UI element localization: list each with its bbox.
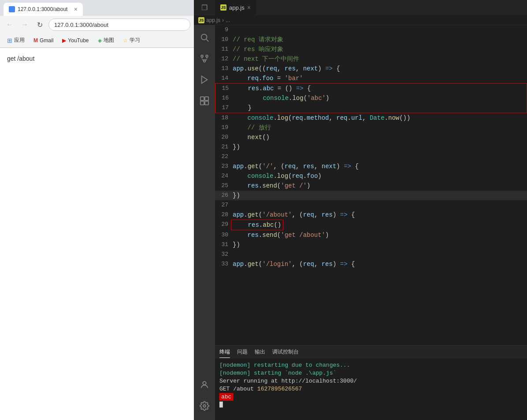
line-content-13: app.use((req, res, next) => { <box>233 64 527 74</box>
line-number-14: 14 <box>215 74 233 83</box>
js-file-icon: JS <box>220 4 226 11</box>
breadcrumb-bar: JS app.js › ... <box>194 15 527 25</box>
activity-extensions[interactable] <box>196 92 213 110</box>
code-line-18: 18 console.log(req.method, req.url, Date… <box>215 113 527 123</box>
line-content-11: // res 响应对象 <box>233 44 527 54</box>
svg-rect-10 <box>200 97 204 100</box>
code-line-23: 23app.get('/', (req, res, next) => { <box>215 162 527 171</box>
breadcrumb-filename: app.js <box>206 17 220 23</box>
line-content-33: app.get('/login', (req, res) => { <box>233 259 527 269</box>
activity-run-debug[interactable] <box>196 71 213 88</box>
terminal-line-4: GET /about 1627895626567 <box>219 385 523 393</box>
code-editor[interactable]: 910// req 请求对象11// res 响应对象12// next 下一个… <box>215 25 527 345</box>
line-content-28: app.get('/about', (req, res) => { <box>233 210 527 220</box>
code-line-11: 11// res 响应对象 <box>215 44 527 54</box>
terminal-tab-output[interactable]: 输出 <box>255 346 265 358</box>
nav-bar: ← → ↻ <box>0 16 194 33</box>
line-number-19: 19 <box>215 123 233 133</box>
code-line-30: 30 res.send('get /about') <box>215 230 527 240</box>
svg-marker-9 <box>202 76 208 84</box>
page-body-text: get /about <box>7 55 187 62</box>
line-content-25: res.send('get /') <box>233 181 527 191</box>
gmail-icon: M <box>33 37 38 44</box>
browser-content: get /about <box>0 48 194 420</box>
line-content-14: req.foo = 'bar' <box>233 74 527 83</box>
vscode-tabbar: ❐ JS app.js × <box>194 0 527 15</box>
terminal-tab-terminal[interactable]: 终端 <box>219 346 230 358</box>
bookmark-youtube[interactable]: ▶ YouTube <box>59 37 92 44</box>
code-line-17: 17 } <box>215 103 527 113</box>
address-bar[interactable] <box>48 18 190 31</box>
terminal-line-3: Server running at http://localhost:3000/ <box>219 377 523 385</box>
vscode-tab-area-copy: ❐ <box>194 0 215 15</box>
line-number-31: 31 <box>215 240 233 250</box>
line-content-20: next() <box>233 133 527 142</box>
vscode-tab-appjs[interactable]: JS app.js × <box>215 0 256 15</box>
line-number-30: 30 <box>215 230 233 240</box>
back-button[interactable]: ← <box>4 18 16 31</box>
line-number-23: 23 <box>215 162 233 171</box>
terminal-panel: 终端 问题 输出 调试控制台 [nodemon] restarting due … <box>215 345 527 420</box>
code-line-14: 14 req.foo = 'bar' <box>215 74 527 83</box>
bookmarks-bar: ⊞ 应用 M Gmail ▶ YouTube ◈ 地图 ☆ 学习 <box>0 33 194 48</box>
reload-button[interactable]: ↻ <box>33 18 46 31</box>
bookmark-apps-label: 应用 <box>14 37 25 44</box>
bookmark-maps[interactable]: ◈ 地图 <box>94 36 118 45</box>
code-line-27: 27 <box>215 200 527 210</box>
bookmark-youtube-label: YouTube <box>68 37 89 44</box>
bookmark-gmail-label: Gmail <box>40 37 53 44</box>
bookmark-gmail[interactable]: M Gmail <box>30 37 57 44</box>
back-icon: ← <box>6 21 13 29</box>
line-content-19: // 放行 <box>233 123 527 133</box>
code-line-33: 33app.get('/login', (req, res) => { <box>215 259 527 269</box>
bookmark-maps-label: 地图 <box>104 37 114 44</box>
breadcrumb-separator: › <box>222 17 224 23</box>
code-line-32: 32 <box>215 250 527 259</box>
svg-rect-12 <box>200 101 204 105</box>
tab-bar: 127.0.0.1:3000/about × <box>0 0 194 16</box>
activity-account[interactable] <box>196 376 213 394</box>
forward-icon: → <box>21 21 28 29</box>
terminal-tab-problems[interactable]: 问题 <box>237 346 248 358</box>
line-content-16: console.log('abc') <box>233 93 527 103</box>
bookmark-apps[interactable]: ⊞ 应用 <box>4 36 28 45</box>
red-box-large: 15 res.abc = () => {16 console.log('abc'… <box>215 83 527 113</box>
line-content-26: }) <box>233 191 527 200</box>
terminal-line-2: [nodemon] starting `node .\app.js` <box>219 369 523 377</box>
bookmark-study[interactable]: ☆ 学习 <box>119 36 144 45</box>
line-content-18: console.log(req.method, req.url, Date.no… <box>233 113 527 123</box>
line-number-11: 11 <box>215 44 233 54</box>
tab-close-button[interactable]: × <box>74 6 78 13</box>
browser-tab[interactable]: 127.0.0.1:3000/about × <box>4 3 83 16</box>
youtube-icon: ▶ <box>62 37 66 44</box>
activity-source-control[interactable] <box>196 50 213 67</box>
copy-icon: ❐ <box>201 4 208 12</box>
line-content-17: } <box>233 103 527 113</box>
svg-point-3 <box>206 55 208 57</box>
activity-search[interactable] <box>196 29 213 46</box>
terminal-tab-debug[interactable]: 调试控制台 <box>272 346 299 358</box>
code-line-9: 9 <box>215 25 527 35</box>
study-icon: ☆ <box>123 37 128 44</box>
forward-button[interactable]: → <box>19 18 31 31</box>
svg-line-1 <box>207 40 209 42</box>
code-line-22: 22 <box>215 152 527 162</box>
line-content-24: console.log(req.foo) <box>233 171 527 181</box>
line-number-17: 17 <box>215 103 233 113</box>
line-number-24: 24 <box>215 171 233 181</box>
svg-point-15 <box>203 405 206 407</box>
code-line-16: 16 console.log('abc') <box>215 93 527 103</box>
code-line-19: 19 // 放行 <box>215 123 527 133</box>
terminal-get-text: GET /about <box>219 386 257 392</box>
line-number-18: 18 <box>215 113 233 123</box>
code-line-24: 24 console.log(req.foo) <box>215 171 527 181</box>
code-line-26: 26}) <box>215 191 527 200</box>
tab-favicon <box>9 6 15 12</box>
browser-window: 127.0.0.1:3000/about × ← → ↻ ⊞ 应用 M <box>0 0 194 420</box>
terminal-line-5: abc <box>219 393 523 401</box>
line-content-15: res.abc = () => { <box>233 84 527 93</box>
tab-close-icon[interactable]: × <box>247 4 251 11</box>
activity-settings[interactable] <box>196 397 213 415</box>
apps-icon: ⊞ <box>7 37 12 44</box>
svg-rect-13 <box>205 101 208 105</box>
